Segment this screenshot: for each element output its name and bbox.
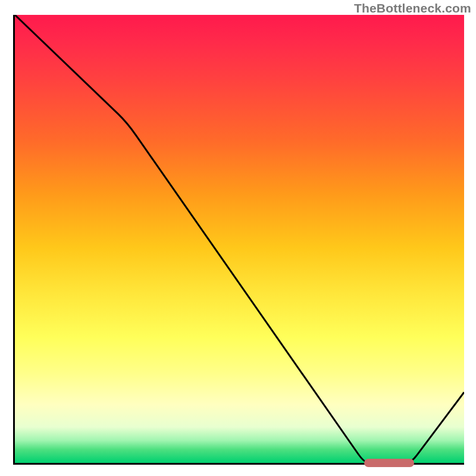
bottleneck-plot xyxy=(13,15,464,465)
optimal-range-marker xyxy=(364,459,414,467)
gradient-background xyxy=(15,15,464,463)
watermark-text: TheBottleneck.com xyxy=(354,1,471,15)
